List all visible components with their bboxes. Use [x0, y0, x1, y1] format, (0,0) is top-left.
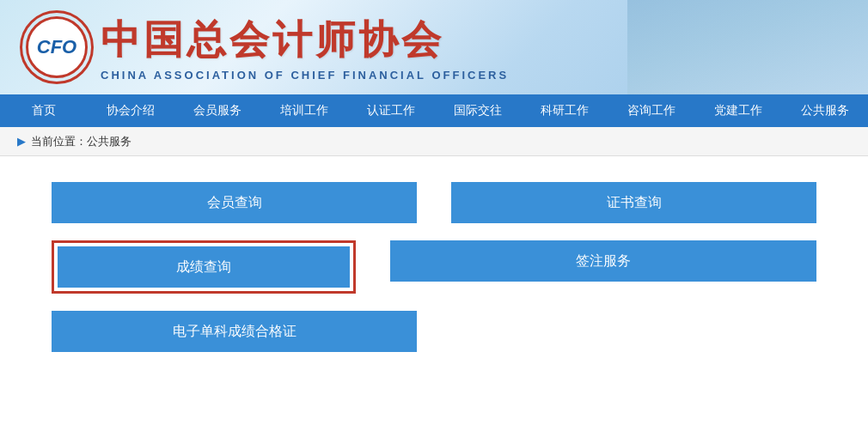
nav-party[interactable]: 党建工作: [694, 94, 781, 127]
service-row-2: 成绩查询 签注服务: [52, 240, 816, 294]
main-content: 会员查询 证书查询 成绩查询 签注服务 电子单科成绩合格证: [0, 156, 868, 378]
nav-consult[interactable]: 咨询工作: [608, 94, 694, 127]
logo-area: CFO: [0, 16, 101, 78]
service-row-3: 电子单科成绩合格证: [52, 311, 816, 352]
nav-home[interactable]: 首页: [0, 94, 87, 127]
service-row-1: 会员查询 证书查询: [52, 182, 816, 223]
nav-public[interactable]: 公共服务: [781, 94, 868, 127]
logo-text: CFO: [37, 36, 76, 58]
navigation: 首页 协会介绍 会员服务 培训工作 认证工作 国际交往 科研工作 咨询工作 党建…: [0, 94, 868, 127]
nav-training[interactable]: 培训工作: [260, 94, 347, 127]
e-cert-button[interactable]: 电子单科成绩合格证: [52, 311, 417, 352]
member-query-button[interactable]: 会员查询: [52, 182, 417, 223]
cert-query-button[interactable]: 证书查询: [451, 182, 816, 223]
breadcrumb: ▶ 当前位置：公共服务: [0, 127, 868, 156]
score-query-highlight: 成绩查询: [52, 240, 356, 294]
visa-service-button[interactable]: 签注服务: [390, 240, 816, 282]
nav-intl[interactable]: 国际交往: [434, 94, 521, 127]
nav-about[interactable]: 协会介绍: [87, 94, 174, 127]
nav-research[interactable]: 科研工作: [521, 94, 608, 127]
title-zh: 中国总会计师协会: [101, 14, 509, 67]
logo-circle: CFO: [26, 16, 88, 78]
header-bg: [627, 0, 868, 94]
title-area: 中国总会计师协会 CHINA ASSOCIATION OF CHIEF FINA…: [101, 14, 509, 82]
title-en: CHINA ASSOCIATION OF CHIEF FINANCIAL OFF…: [101, 69, 509, 82]
breadcrumb-arrow: ▶: [17, 135, 26, 148]
header: CFO 中国总会计师协会 CHINA ASSOCIATION OF CHIEF …: [0, 0, 868, 94]
breadcrumb-text: 当前位置：公共服务: [31, 134, 131, 149]
nav-cert[interactable]: 认证工作: [347, 94, 434, 127]
nav-member[interactable]: 会员服务: [174, 94, 260, 127]
score-query-button[interactable]: 成绩查询: [58, 246, 350, 288]
